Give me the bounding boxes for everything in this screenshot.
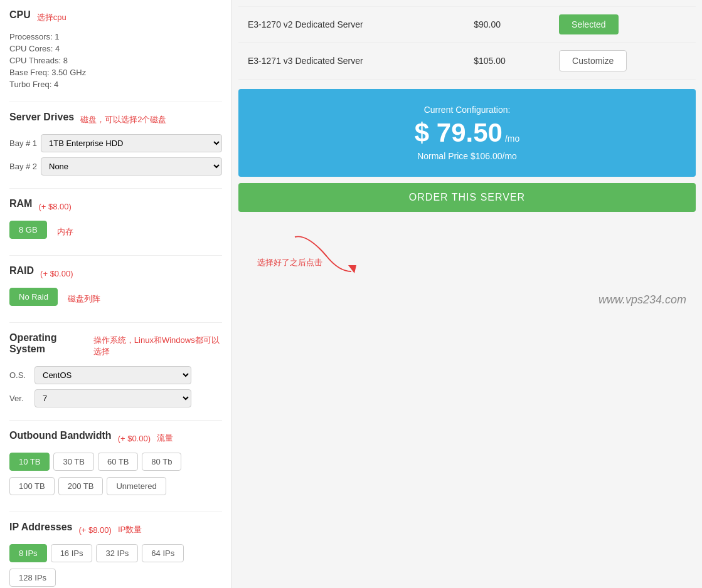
os-title: Operating System: [9, 332, 87, 355]
bw-10tb-button[interactable]: 10 TB: [9, 453, 50, 471]
raid-title: RAID: [9, 265, 34, 276]
cpu-section: CPU 选择cpu Processors: 1 CPU Cores: 4 CPU…: [9, 9, 222, 89]
config-per-mo: /mo: [505, 134, 519, 144]
bay1-select[interactable]: 1TB Enterprise HDD 2TB Enterprise HDD No…: [41, 134, 222, 152]
server-drives-section: Server Drives 磁盘，可以选择2个磁盘 Bay # 1 1TB En…: [9, 112, 222, 176]
selected-button[interactable]: Selected: [559, 14, 618, 34]
bw-200tb-button[interactable]: 200 TB: [58, 477, 104, 495]
ram-options: 8 GB 内存: [9, 221, 222, 243]
ip-128-button[interactable]: 128 IPs: [9, 569, 56, 587]
order-button[interactable]: ORDER THIS SERVER: [238, 183, 696, 212]
base-freq-info: Base Freq: 3.50 GHz: [9, 68, 222, 77]
config-label: Current Configuration:: [251, 105, 683, 115]
bandwidth-annotation: 流量: [157, 433, 173, 444]
bandwidth-section: Outbound Bandwidth (+ $0.00) 流量 10 TB 30…: [9, 430, 222, 499]
ram-annotation: 内存: [57, 226, 73, 238]
ip-section: IP Addresses (+ $8.00) IP数量 8 IPs 16 IPs…: [9, 522, 222, 588]
server-action-e3-1271: Customize: [550, 43, 696, 80]
drives-annotation: 磁盘，可以选择2个磁盘: [80, 114, 166, 125]
watermark: www.vps234.com: [238, 287, 696, 313]
server-action-e3-1270: Selected: [550, 7, 696, 43]
ip-annotation: IP数量: [118, 524, 142, 535]
arrow-area: 选择好了之后点击: [238, 212, 696, 287]
ip-options-row2: 128 IPs: [9, 569, 222, 588]
config-normal-price: Normal Price $106.00/mo: [251, 151, 683, 161]
ip-32-button[interactable]: 32 IPs: [96, 544, 138, 562]
ram-section: RAM (+ $8.00) 8 GB 内存: [9, 198, 222, 243]
no-raid-button[interactable]: No Raid: [9, 288, 58, 306]
ip-title: IP Addresses: [9, 522, 73, 533]
raid-cost: (+ $0.00): [40, 269, 73, 278]
bandwidth-title: Outbound Bandwidth: [9, 430, 112, 441]
ver-label: Ver.: [9, 394, 35, 403]
table-row: E3-1271 v3 Dedicated Server $105.00 Cust…: [238, 43, 696, 80]
os-label: O.S.: [9, 370, 35, 380]
bay2-row: Bay # 2 None 1TB Enterprise HDD 2TB Ente…: [9, 157, 222, 176]
customize-button[interactable]: Customize: [559, 50, 627, 71]
config-price: $ 79.50: [415, 118, 503, 148]
ver-select[interactable]: 7 6 5: [35, 389, 191, 407]
bw-100tb-button[interactable]: 100 TB: [9, 477, 55, 495]
raid-annotation: 磁盘列阵: [68, 293, 100, 305]
svg-marker-0: [348, 265, 356, 273]
os-select[interactable]: CentOS Ubuntu Debian Windows: [35, 366, 191, 384]
bay1-row: Bay # 1 1TB Enterprise HDD 2TB Enterpris…: [9, 134, 222, 152]
arrow-icon: [289, 231, 364, 281]
config-box: Current Configuration: $ 79.50 /mo Norma…: [238, 89, 696, 177]
turbo-freq-info: Turbo Freq: 4: [9, 80, 222, 89]
bw-30tb-button[interactable]: 30 TB: [53, 453, 93, 471]
cpu-title: CPU: [9, 9, 31, 21]
ip-64-button[interactable]: 64 IPs: [142, 544, 184, 562]
bay2-select[interactable]: None 1TB Enterprise HDD 2TB Enterprise H…: [41, 157, 222, 176]
bw-unmetered-button[interactable]: Unmetered: [107, 477, 166, 495]
left-panel: CPU 选择cpu Processors: 1 CPU Cores: 4 CPU…: [0, 0, 232, 588]
bw-80tb-button[interactable]: 80 Tb: [142, 453, 181, 471]
ram-cost: (+ $8.00): [38, 202, 71, 211]
ip-16-button[interactable]: 16 IPs: [51, 544, 93, 562]
ip-options-row1: 8 IPs 16 IPs 32 IPs 64 IPs: [9, 544, 222, 566]
os-row: O.S. CentOS Ubuntu Debian Windows: [9, 366, 222, 384]
ram-8gb-button[interactable]: 8 GB: [9, 221, 47, 239]
ver-row: Ver. 7 6 5: [9, 389, 222, 407]
os-section: Operating System 操作系统，Linux和Windows都可以选择…: [9, 332, 222, 407]
drives-title: Server Drives: [9, 112, 74, 123]
processors-info: Processors: 1: [9, 32, 222, 41]
cpu-threads-info: CPU Threads: 8: [9, 56, 222, 65]
right-panel: E3-1270 v2 Dedicated Server $90.00 Selec…: [232, 0, 702, 588]
cpu-annotation: 选择cpu: [37, 12, 66, 23]
bw-60tb-button[interactable]: 60 TB: [98, 453, 138, 471]
server-name-e3-1271: E3-1271 v3 Dedicated Server: [238, 43, 464, 80]
server-price-e3-1270: $90.00: [464, 7, 550, 43]
bandwidth-options: 10 TB 30 TB 60 TB 80 Tb: [9, 453, 222, 475]
raid-section: RAID (+ $0.00) No Raid 磁盘列阵: [9, 265, 222, 310]
ip-cost: (+ $8.00): [79, 525, 112, 535]
bay2-label: Bay # 2: [9, 162, 41, 171]
server-name-e3-1270: E3-1270 v2 Dedicated Server: [238, 7, 464, 43]
server-price-e3-1271: $105.00: [464, 43, 550, 80]
ip-8-button[interactable]: 8 IPs: [9, 544, 47, 562]
raid-options: No Raid 磁盘列阵: [9, 288, 222, 310]
cpu-cores-info: CPU Cores: 4: [9, 44, 222, 53]
ram-title: RAM: [9, 198, 32, 209]
os-annotation: 操作系统，Linux和Windows都可以选择: [93, 335, 222, 357]
bandwidth-cost: (+ $0.00): [118, 434, 151, 443]
table-row: E3-1270 v2 Dedicated Server $90.00 Selec…: [238, 7, 696, 43]
server-table: E3-1270 v2 Dedicated Server $90.00 Selec…: [238, 6, 696, 80]
bandwidth-options-row2: 100 TB 200 TB Unmetered: [9, 477, 222, 499]
bay1-label: Bay # 1: [9, 139, 41, 148]
